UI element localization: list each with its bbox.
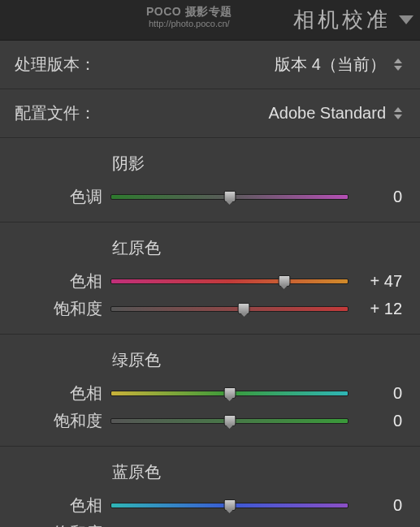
slider-track: [110, 279, 349, 284]
watermark-url: http://photo.poco.cn/: [146, 19, 232, 29]
profile-label: 配置文件：: [15, 102, 96, 124]
green-header: 绿原色: [112, 349, 402, 371]
green-group: 绿原色 色相 0 饱和度 0: [0, 335, 420, 447]
slider-handle[interactable]: [223, 191, 236, 202]
updown-icon: [394, 58, 402, 71]
slider-handle[interactable]: [223, 415, 236, 426]
version-label: 处理版本：: [15, 54, 96, 76]
shadow-group: 阴影 色调 0: [0, 138, 420, 222]
blue-header: 蓝原色: [112, 461, 402, 483]
blue-hue-slider[interactable]: [110, 497, 349, 513]
red-sat-slider[interactable]: [110, 300, 349, 317]
shadow-tint-value[interactable]: 0: [349, 188, 402, 206]
blue-sat-value[interactable]: + 23: [349, 524, 402, 528]
blue-group: 蓝原色 色相 0 饱和度 + 23: [0, 447, 420, 527]
green-sat-label: 饱和度: [15, 410, 110, 432]
watermark-brand: POCO 摄影专题: [146, 5, 232, 19]
profile-section: 配置文件： Adobe Standard: [0, 89, 420, 138]
green-hue-slider[interactable]: [110, 385, 349, 401]
red-hue-label: 色相: [15, 270, 110, 292]
shadow-tint-label: 色调: [15, 186, 110, 208]
red-sat-row: 饱和度 + 12: [15, 295, 402, 322]
red-hue-slider[interactable]: [110, 273, 349, 289]
slider-handle[interactable]: [223, 499, 236, 511]
profile-dropdown[interactable]: Adobe Standard: [268, 104, 402, 123]
blue-hue-row: 色相 0: [15, 491, 402, 519]
version-section: 处理版本： 版本 4（当前）: [0, 41, 420, 89]
panel-title: 相机校准: [293, 6, 391, 34]
version-value: 版本 4（当前）: [275, 54, 386, 76]
red-sat-value[interactable]: + 12: [349, 300, 402, 318]
red-header: 红原色: [112, 237, 402, 259]
slider-handle[interactable]: [238, 303, 250, 314]
profile-value: Adobe Standard: [268, 104, 386, 123]
collapse-icon[interactable]: [399, 15, 414, 24]
red-hue-row: 色相 + 47: [15, 267, 402, 295]
red-hue-value[interactable]: + 47: [349, 272, 402, 291]
version-dropdown[interactable]: 版本 4（当前）: [275, 54, 402, 76]
green-hue-row: 色相 0: [15, 379, 402, 407]
slider-handle[interactable]: [278, 275, 290, 287]
blue-sat-label: 饱和度: [15, 522, 110, 528]
shadow-tint-row: 色调 0: [15, 183, 402, 210]
green-sat-slider[interactable]: [110, 413, 349, 429]
red-group: 红原色 色相 + 47 饱和度 + 12: [0, 222, 420, 335]
slider-track: [110, 306, 349, 312]
shadow-tint-slider[interactable]: [110, 188, 349, 205]
green-sat-value[interactable]: 0: [349, 412, 402, 430]
shadow-header: 阴影: [112, 153, 402, 175]
blue-hue-value[interactable]: 0: [349, 496, 402, 515]
blue-hue-label: 色相: [15, 495, 110, 516]
updown-icon: [394, 107, 402, 119]
green-hue-label: 色相: [15, 382, 110, 404]
blue-sat-row: 饱和度 + 23: [15, 519, 402, 527]
red-sat-label: 饱和度: [15, 298, 110, 320]
green-sat-row: 饱和度 0: [15, 407, 402, 434]
panel-header: POCO 摄影专题 http://photo.poco.cn/ 相机校准: [0, 0, 420, 41]
slider-handle[interactable]: [223, 387, 236, 399]
watermark: POCO 摄影专题 http://photo.poco.cn/: [146, 5, 232, 29]
green-hue-value[interactable]: 0: [349, 384, 402, 403]
